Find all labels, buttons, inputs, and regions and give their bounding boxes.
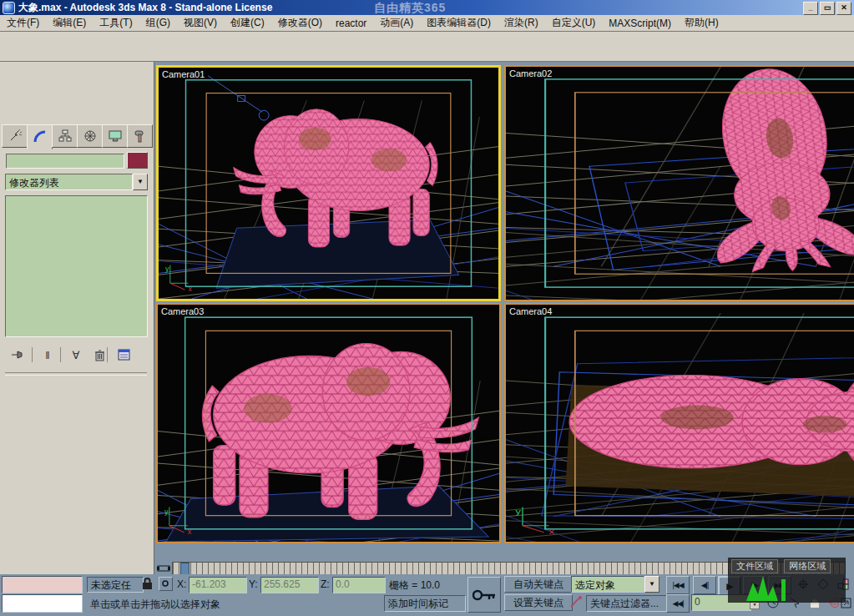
lock-icon: [142, 577, 153, 590]
menu-help[interactable]: 帮助(H): [678, 14, 725, 32]
viewport-camera01[interactable]: Camera01: [156, 65, 501, 301]
tab-modify[interactable]: [27, 124, 53, 149]
tab-motion[interactable]: [77, 124, 103, 148]
menu-file[interactable]: 文件(F): [0, 14, 46, 32]
tab-utilities[interactable]: [127, 124, 153, 148]
utilities-icon: [134, 129, 147, 143]
object-color-swatch[interactable]: [127, 152, 148, 169]
z-coordinate-label: Z:: [321, 578, 330, 590]
viewport-label[interactable]: Camera01: [162, 69, 205, 79]
activity-graph-icon: [745, 574, 803, 601]
spinner-down-icon[interactable]: ▼: [750, 602, 760, 609]
menu-bar: 文件(F) 编辑(E) 工具(T) 组(G) 视图(V) 创建(C) 修改器(O…: [0, 15, 854, 32]
show-end-result-button[interactable]: ‖: [37, 346, 58, 364]
key-icon: [472, 588, 496, 602]
tab-create[interactable]: [2, 124, 28, 148]
menu-modifiers[interactable]: 修改器(O): [271, 14, 329, 32]
panel-separator: [32, 347, 33, 362]
menu-tools[interactable]: 工具(T): [93, 14, 139, 32]
previous-frame-button[interactable]: ◀||: [693, 576, 716, 594]
viewport-area: y x: [154, 62, 854, 547]
create-icon: [8, 129, 22, 143]
menu-maxscript[interactable]: MAXScript(M): [602, 16, 678, 31]
go-to-start-button[interactable]: |◀◀: [666, 576, 690, 594]
menu-customize[interactable]: 自定义(U): [545, 14, 603, 32]
key-mode-value: 选定对象: [571, 576, 644, 593]
dropdown-arrow-icon[interactable]: ▼: [644, 576, 659, 593]
x-coordinate-label: X:: [177, 578, 186, 590]
display-icon: [109, 129, 122, 143]
overlay-tab-file-area: 文件区域: [731, 559, 778, 573]
menu-group[interactable]: 组(G): [139, 14, 177, 32]
window-controls: _ ▭ ✕: [801, 2, 851, 15]
key-brush-icon: [569, 595, 583, 608]
command-panel: 修改器列表 ▼ ‖ ∀: [0, 62, 154, 574]
configure-sets-icon: [118, 349, 131, 361]
3dsmax-window: 大象.max - Autodesk 3ds Max 8 - Stand-alon…: [0, 0, 854, 616]
viewport-camera02[interactable]: Camera02: [504, 65, 854, 301]
panel-separator: [60, 347, 61, 362]
x-coordinate-field[interactable]: -61.203: [189, 577, 247, 593]
go-to-end-button-alt[interactable]: ◀◀|: [666, 594, 690, 613]
main-toolbar: ↶ ↷ 全部 ▼ ↻ 视图 ▼: [0, 32, 854, 62]
object-name-input[interactable]: [6, 154, 124, 169]
viewport-canvas: [159, 68, 498, 299]
viewport-canvas: [158, 305, 499, 542]
key-mode-dropdown[interactable]: 选定对象 ▼: [571, 576, 659, 593]
viewport-label[interactable]: Camera03: [161, 306, 204, 316]
restore-button[interactable]: ▭: [820, 2, 835, 15]
z-coordinate-field[interactable]: 0.0: [332, 577, 386, 593]
prompt-line: 单击或单击并拖动以选择对象: [87, 597, 224, 613]
dropdown-arrow-icon[interactable]: ▼: [133, 174, 148, 190]
minimize-button[interactable]: _: [803, 2, 818, 15]
menu-reactor[interactable]: reactor: [329, 16, 373, 31]
viewport-camera04[interactable]: Camera04: [504, 303, 854, 543]
key-filters-button[interactable]: 关键点过滤器...: [586, 595, 668, 612]
menu-views[interactable]: 视图(V): [177, 14, 224, 32]
motion-icon: [83, 129, 97, 143]
pin-stack-button[interactable]: [7, 346, 28, 364]
viewport-label[interactable]: Camera04: [509, 306, 552, 316]
modifier-list-dropdown[interactable]: 修改器列表 ▼: [5, 174, 148, 190]
selection-lock-toggle[interactable]: [142, 577, 153, 593]
selection-status: 未选定任: [87, 577, 144, 593]
absolute-mode-toggle[interactable]: [159, 577, 173, 591]
set-keys-button[interactable]: [467, 577, 501, 613]
title-bar[interactable]: 大象.max - Autodesk 3ds Max 8 - Stand-alon…: [0, 0, 854, 15]
menu-graph-editors[interactable]: 图表编辑器(D): [420, 14, 498, 32]
auto-key-button[interactable]: 自动关键点: [504, 576, 573, 593]
set-key-brush-button[interactable]: [569, 595, 583, 611]
maxscript-mini-listener-white[interactable]: [2, 594, 83, 613]
modifier-stack-list[interactable]: [5, 195, 148, 337]
range-bar-icon: [157, 563, 170, 573]
selection-range-icon[interactable]: [157, 563, 170, 573]
modify-icon: [33, 130, 47, 144]
screen-recorder-overlay: 文件区域 网络区域: [728, 558, 846, 603]
grid-size-readout: 栅格 = 10.0: [386, 578, 443, 593]
modifier-list-label: 修改器列表: [5, 174, 133, 190]
menu-rendering[interactable]: 渲染(R): [498, 14, 545, 32]
add-time-tag[interactable]: 添加时间标记: [384, 595, 466, 612]
maxscript-mini-listener-pink[interactable]: [2, 576, 83, 593]
hierarchy-icon: [58, 129, 72, 143]
menu-edit[interactable]: 编辑(E): [46, 14, 93, 32]
viewport-label[interactable]: Camera02: [509, 68, 552, 78]
make-unique-button[interactable]: ∀: [65, 346, 87, 364]
panel-separator: [107, 347, 108, 362]
menu-animation[interactable]: 动画(A): [373, 14, 420, 32]
viewport-camera03[interactable]: Camera03: [156, 303, 501, 543]
y-coordinate-label: Y:: [249, 578, 258, 590]
set-key-button[interactable]: 设置关键点: [504, 594, 573, 611]
tab-hierarchy[interactable]: [52, 124, 78, 148]
y-coordinate-field[interactable]: 255.625: [260, 577, 319, 593]
tab-display[interactable]: [102, 124, 128, 148]
close-button[interactable]: ✕: [836, 2, 851, 15]
status-bar: 未选定任 X: -61.203 Y: 255.625 Z: 0.0 栅格 = 1…: [0, 574, 854, 616]
trash-icon: [94, 349, 105, 361]
rollout-divider: [5, 372, 147, 376]
absolute-mode-icon: [159, 578, 170, 588]
window-title: 大象.max - Autodesk 3ds Max 8 - Stand-alon…: [18, 1, 272, 15]
configure-modifier-sets-button[interactable]: [114, 346, 135, 364]
viewport-canvas: [506, 305, 854, 542]
menu-create[interactable]: 创建(C): [224, 14, 271, 32]
